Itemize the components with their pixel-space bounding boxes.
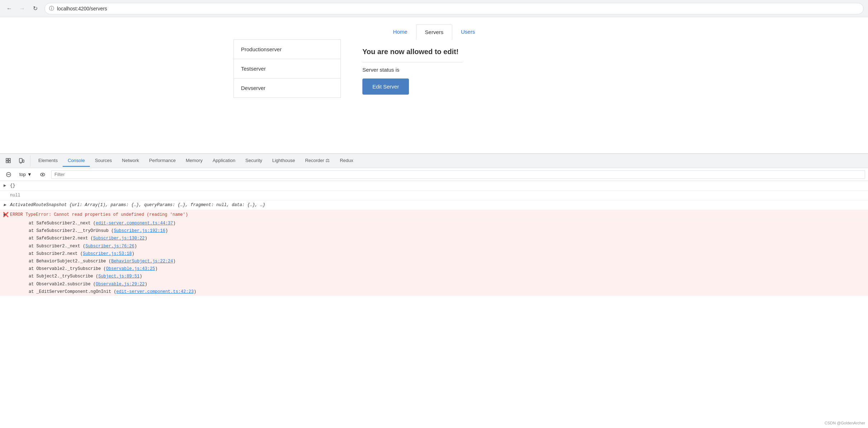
svg-rect-4: [19, 158, 22, 162]
panel-divider: [362, 62, 463, 62]
stack-link-5[interactable]: Subscriber.js:53:18: [83, 251, 132, 256]
devtools: Elements Console Sources Network Perform…: [0, 153, 868, 296]
tab-recorder[interactable]: Recorder ⚖: [300, 155, 335, 167]
stack-link-9[interactable]: Observable.js:29:22: [96, 282, 145, 287]
stack-line-8: at Subject2._trySubscribe (Subject.js:89…: [14, 273, 868, 280]
top-context-selector[interactable]: top ▼: [17, 171, 34, 178]
svg-rect-5: [20, 162, 21, 163]
nav-buttons: ← → ↻: [4, 4, 40, 14]
address-bar[interactable]: ⓘ localhost:4200/servers: [44, 3, 864, 14]
route-snapshot-text: ActivatedRouteSnapshot {url: Array(1), p…: [10, 203, 265, 208]
eye-icon-button[interactable]: [37, 169, 48, 180]
console-null-line: null: [0, 191, 868, 200]
tab-sources[interactable]: Sources: [90, 155, 117, 167]
devtools-tabs: Elements Console Sources Network Perform…: [0, 154, 868, 168]
tab-console[interactable]: Console: [63, 155, 90, 167]
tab-application[interactable]: Application: [208, 155, 241, 167]
forward-button[interactable]: →: [17, 4, 27, 14]
tab-network[interactable]: Network: [117, 155, 144, 167]
server-status: Server status is: [362, 67, 463, 73]
console-filter-input[interactable]: [51, 170, 865, 179]
nav-users[interactable]: Users: [452, 24, 483, 40]
svg-rect-2: [9, 158, 10, 160]
inspect-element-button[interactable]: [3, 155, 14, 167]
dropdown-arrow-icon: ▼: [27, 172, 32, 177]
stack-line-3: at SafeSubscriber2.next (Subscriber.js:1…: [14, 235, 868, 242]
stack-link-2[interactable]: Subscriber.js:192:16: [114, 228, 165, 233]
console-error-line: ❌ ▶ ERROR TypeError: Cannot read propert…: [0, 210, 868, 220]
svg-point-10: [42, 174, 43, 175]
stack-link-8[interactable]: Subject.js:89:51: [98, 274, 139, 279]
svg-rect-0: [6, 158, 8, 160]
top-label: top: [19, 172, 26, 177]
console-object-text: {}: [10, 183, 15, 188]
expand-snapshot-arrow[interactable]: ▶: [4, 202, 6, 208]
server-item-test[interactable]: Testserver: [234, 59, 341, 79]
tab-lighthouse[interactable]: Lighthouse: [267, 155, 300, 167]
svg-rect-6: [23, 160, 24, 162]
stack-line-5: at Subscriber2.next (Subscriber.js:53:18…: [14, 250, 868, 258]
devtools-toolbar: top ▼: [0, 168, 868, 181]
nav-home[interactable]: Home: [385, 24, 416, 40]
nav-bar: Home Servers Users: [385, 24, 484, 40]
svg-rect-3: [9, 161, 10, 163]
error-text: ERROR TypeError: Cannot read properties …: [10, 212, 188, 217]
stack-line-1: at SafeSubscriber2._next (edit-server.co…: [14, 220, 868, 227]
stack-link-1[interactable]: edit-server.component.ts:44:37: [96, 221, 173, 226]
tab-security[interactable]: Security: [240, 155, 267, 167]
tab-memory[interactable]: Memory: [181, 155, 208, 167]
panel-title: You are now allowed to edit!: [362, 47, 463, 56]
refresh-button[interactable]: ↻: [30, 4, 40, 14]
stack-line-9: at Observable2.subscribe (Observable.js:…: [14, 281, 868, 288]
stack-link-3[interactable]: Subscriber.js:130:22: [93, 236, 145, 241]
expand-error-arrow[interactable]: ▶: [4, 211, 6, 218]
server-item-production[interactable]: Productionserver: [234, 40, 341, 59]
null-text: null: [10, 193, 20, 198]
stack-link-4[interactable]: Subscriber.js:76:26: [85, 244, 134, 249]
devtools-left-icons: [3, 155, 30, 167]
stack-line-4: at Subscriber2._next (Subscriber.js:76:2…: [14, 243, 868, 250]
stack-link-7[interactable]: Observable.js:43:25: [106, 266, 155, 271]
edit-server-button[interactable]: Edit Server: [362, 79, 409, 95]
server-item-dev[interactable]: Devserver: [234, 79, 341, 98]
console-object-line: ▶ {}: [0, 181, 868, 191]
back-button[interactable]: ←: [4, 4, 14, 14]
console-output: ▶ {} null ▶ ActivatedRouteSnapshot {url:…: [0, 181, 868, 296]
tab-performance[interactable]: Performance: [144, 155, 180, 167]
right-panel: You are now allowed to edit! Server stat…: [362, 40, 463, 95]
svg-rect-1: [6, 161, 8, 163]
server-list: Productionserver Testserver Devserver: [233, 39, 341, 98]
main-section: Productionserver Testserver Devserver Yo…: [219, 40, 649, 98]
url-text: localhost:4200/servers: [57, 6, 107, 11]
stack-line-7: at Observable2._trySubscribe (Observable…: [14, 265, 868, 273]
clear-console-button[interactable]: [3, 169, 14, 180]
stack-line-10: at _EditServerComponent.ngOnInit (edit-s…: [14, 288, 868, 296]
console-route-snapshot-line: ▶ ActivatedRouteSnapshot {url: Array(1),…: [0, 200, 868, 210]
stack-line-2: at SafeSubscriber2.__tryOrUnsub (Subscri…: [14, 227, 868, 235]
stack-link-10[interactable]: edit-server.component.ts:42:23: [116, 289, 194, 294]
stack-link-6[interactable]: BehaviorSubject.js:22:24: [111, 259, 173, 264]
browser-chrome: ← → ↻ ⓘ localhost:4200/servers: [0, 0, 868, 17]
nav-servers[interactable]: Servers: [416, 24, 453, 40]
info-icon: ⓘ: [49, 5, 54, 12]
stack-line-6: at BehaviorSubject2._subscribe (Behavior…: [14, 258, 868, 265]
expand-arrow-icon[interactable]: ▶: [4, 182, 6, 189]
device-toolbar-button[interactable]: [16, 155, 27, 167]
error-stack: at SafeSubscriber2._next (edit-server.co…: [0, 220, 868, 296]
app-content: Home Servers Users Productionserver Test…: [0, 17, 868, 153]
tab-redux[interactable]: Redux: [335, 155, 358, 167]
tab-elements[interactable]: Elements: [33, 155, 63, 167]
